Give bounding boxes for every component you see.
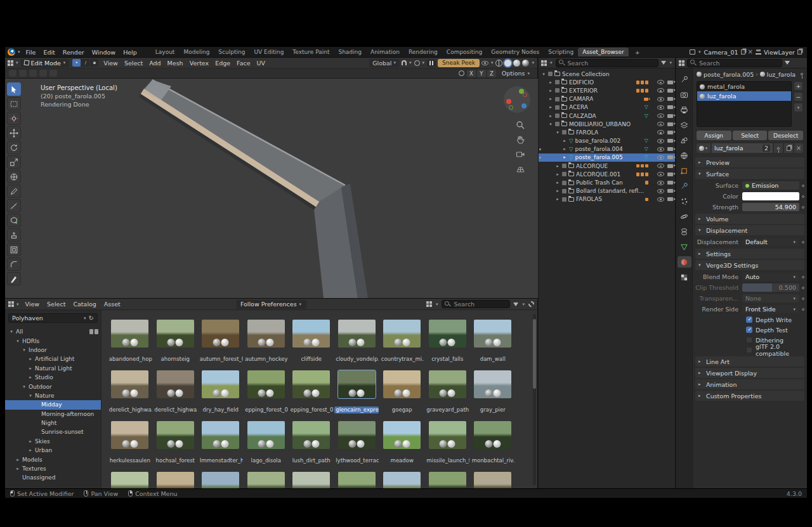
viewlayer-name[interactable]: ViewLayer: [764, 49, 795, 56]
collection-checkbox[interactable]: [562, 130, 566, 134]
asset-preview-image[interactable]: [383, 370, 421, 398]
catalog-row[interactable]: ▾ All: [5, 327, 101, 336]
catalog-row[interactable]: ▾ HDRIs: [5, 336, 101, 345]
outliner-row[interactable]: ▸ ▽ poste_farola.005 ▽: [539, 153, 675, 162]
expand-arrow-icon[interactable]: ▾: [548, 122, 553, 127]
expand-arrow-icon[interactable]: ▸: [562, 146, 567, 152]
asset-preview-image[interactable]: [247, 421, 285, 449]
panel-animation[interactable]: ▸Animation: [695, 379, 804, 389]
filter-icon[interactable]: [513, 303, 518, 306]
outliner-row[interactable]: ▾ FAROLA: [539, 128, 675, 136]
keyframe-dot[interactable]: [802, 206, 804, 209]
tool-button[interactable]: [7, 97, 21, 110]
outliner-row[interactable]: ▸ FAROLAS: [539, 195, 675, 204]
expand-arrow-icon[interactable]: ▸: [562, 155, 567, 160]
asset-preview-image[interactable]: [474, 320, 511, 348]
checkbox[interactable]: [746, 316, 752, 323]
render-visibility-icon[interactable]: [667, 131, 673, 134]
asset-thumbnail[interactable]: Immenstadter_h...: [198, 421, 244, 472]
catalog-row[interactable]: ▾ Nature: [5, 391, 101, 400]
tool-button[interactable]: [7, 228, 21, 242]
panel-custom-properties[interactable]: ▸Custom Properties: [695, 391, 804, 401]
sneak-peek-button[interactable]: Sneak Peek: [438, 59, 480, 67]
checkbox[interactable]: [746, 327, 752, 333]
asset-preview-image[interactable]: [111, 421, 148, 449]
workspace-tab[interactable]: Scripting: [544, 48, 578, 56]
workspace-tab[interactable]: Texture Paint: [288, 48, 334, 56]
breadcrumb-material[interactable]: luz_farola: [767, 71, 796, 78]
outliner-row[interactable]: ▸ Bollard (standard, reflective): [539, 187, 675, 195]
outliner-row[interactable]: ▸ CALZADA ▽: [539, 112, 675, 120]
editor-type-icon[interactable]: [8, 60, 13, 66]
rendered-shading-button[interactable]: [522, 60, 529, 67]
asset-preview-image[interactable]: [429, 472, 466, 489]
material-slot[interactable]: luz_farola: [697, 91, 791, 101]
hide-eye-icon[interactable]: [657, 97, 664, 101]
asset-thumbnail[interactable]: lago_disola: [244, 421, 289, 472]
pause-button[interactable]: [427, 60, 436, 67]
render-visibility-icon[interactable]: [667, 189, 673, 193]
asset-thumbnail[interactable]: [244, 472, 289, 489]
catalog-row[interactable]: ▸ Artificial Light: [5, 355, 101, 363]
asset-thumbnail[interactable]: autumn_forest_02: [198, 320, 244, 370]
workspace-tab[interactable]: Shading: [334, 48, 366, 56]
solid-shading-button[interactable]: [504, 60, 511, 67]
asset-thumbnail[interactable]: gray_pier: [470, 370, 516, 421]
asset-preview-image[interactable]: [111, 370, 148, 398]
tool-button[interactable]: [7, 185, 21, 198]
expand-arrow-icon[interactable]: ▾: [28, 393, 33, 398]
remove-slot-button[interactable]: −: [794, 92, 803, 101]
properties-tab[interactable]: [678, 165, 691, 176]
asset-preview-image[interactable]: [157, 421, 194, 449]
catalog-row[interactable]: Night: [5, 419, 101, 427]
panel-displacement[interactable]: ▾Displacement: [695, 225, 804, 235]
asset-thumbnail[interactable]: countrytrax_mi...: [379, 320, 425, 370]
asset-preview-image[interactable]: [292, 320, 330, 348]
outliner-row[interactable]: ▸ ▽ base_farola.002 ▽: [539, 137, 675, 145]
hide-eye-icon[interactable]: [657, 181, 664, 185]
tool-button[interactable]: [7, 126, 21, 140]
expand-arrow-icon[interactable]: ▾: [15, 339, 20, 344]
hide-eye-icon[interactable]: [657, 172, 664, 176]
add-workspace-button[interactable]: +: [632, 49, 643, 56]
outliner-row[interactable]: ▸ ALCORQUE: [539, 162, 675, 170]
asset-preview-image[interactable]: [247, 370, 285, 398]
catalog-row[interactable]: Sunrise-sunset: [5, 427, 101, 436]
workspace-tab[interactable]: UV Editing: [249, 48, 288, 56]
tool-button[interactable]: [7, 82, 21, 96]
edge-select-button[interactable]: /: [81, 59, 89, 67]
emission-color-swatch[interactable]: [742, 192, 799, 200]
asset-thumbnail[interactable]: autumn_hockey: [244, 320, 289, 370]
hide-eye-icon[interactable]: [657, 88, 664, 93]
asset-preview-image[interactable]: [202, 320, 239, 348]
editor-type-icon[interactable]: [8, 301, 14, 307]
outliner-row[interactable]: ▸ ACERA ▽: [539, 103, 675, 112]
workspace-tab[interactable]: Compositing: [442, 48, 487, 56]
expand-arrow-icon[interactable]: ▸: [555, 180, 560, 185]
properties-tab[interactable]: [678, 241, 691, 252]
slot-specials-button[interactable]: ▾: [794, 103, 803, 112]
catalog-row[interactable]: Morning-afternoon: [5, 410, 101, 419]
catalog-row[interactable]: ▾ Indoor: [5, 346, 101, 355]
asset-thumbnail[interactable]: cliffside: [289, 320, 334, 370]
axis-toggle-button[interactable]: Z: [487, 70, 496, 77]
tool-button[interactable]: [7, 243, 21, 256]
expand-arrow-icon[interactable]: ▸: [555, 188, 560, 193]
workspace-tab[interactable]: Sculpting: [214, 48, 249, 56]
refresh-icon[interactable]: ↻: [89, 315, 94, 322]
asset-preview-image[interactable]: [338, 320, 376, 348]
catalog-row[interactable]: ▸ Skies: [5, 437, 101, 446]
collection-checkbox[interactable]: [555, 114, 560, 118]
expand-arrow-icon[interactable]: ▸: [548, 105, 553, 110]
render-visibility-icon[interactable]: [667, 164, 673, 168]
render-visibility-icon[interactable]: [667, 155, 673, 159]
face-select-button[interactable]: ▪: [90, 59, 98, 67]
workspace-tab[interactable]: Layout: [151, 48, 180, 56]
asset-thumbnail[interactable]: glencairn_expre...: [334, 370, 380, 421]
properties-search-input[interactable]: Search: [687, 59, 782, 67]
unlink-material-button[interactable]: ×: [794, 143, 803, 153]
tool-button[interactable]: [7, 155, 21, 169]
render-visibility-icon[interactable]: [667, 89, 673, 93]
orientation-dropdown[interactable]: Global ▾: [369, 59, 400, 67]
asset-thumbnail[interactable]: ahornsteig: [153, 320, 199, 370]
